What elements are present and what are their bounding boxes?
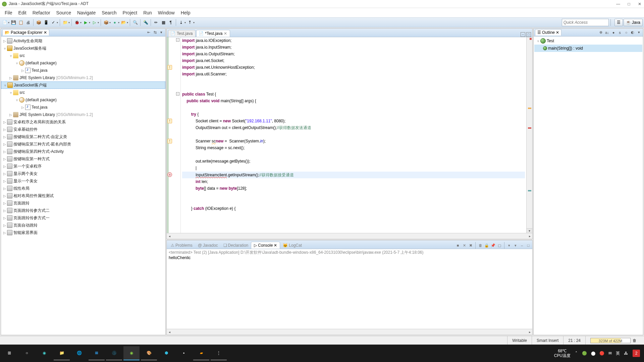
code-line[interactable] — [182, 104, 525, 111]
close-button[interactable]: ✕ — [637, 2, 642, 6]
scroll-lock-icon[interactable]: 🔒 — [484, 243, 489, 248]
hide-nonpublic-icon[interactable]: ○ — [624, 30, 629, 35]
display-selected-icon[interactable]: ▢ — [497, 243, 502, 248]
code-line[interactable]: import java.net.Socket; — [182, 57, 525, 64]
app-sublime[interactable]: ▰ — [193, 346, 209, 360]
expand-icon[interactable]: ▷ — [2, 165, 7, 168]
min-view-icon[interactable]: – — [519, 243, 525, 248]
code-line[interactable] — [182, 77, 525, 84]
show-whitespace-button[interactable]: ¶ — [167, 19, 174, 26]
menu-help[interactable]: Help — [178, 9, 193, 16]
app-edge[interactable]: ◉ — [36, 346, 52, 360]
console-hscroll[interactable]: ◂ ▸ — [167, 329, 532, 335]
tree-node[interactable]: ▷Test.java — [1, 104, 165, 111]
scroll-left-icon[interactable]: ◂ — [167, 330, 172, 334]
tree-node[interactable]: ▷按键响应第一种方式 — [1, 155, 165, 163]
expand-icon[interactable]: ▷ — [2, 187, 7, 190]
code-line[interactable]: } catch (IOException e) { — [182, 205, 525, 212]
tree-node[interactable]: ▿src — [1, 52, 165, 59]
tray-app-icon[interactable]: 🔴 — [599, 351, 604, 356]
tree-node[interactable]: ▷Activity生命周期 — [1, 37, 165, 45]
editor-tab-test[interactable]: 📄 Test.java — [168, 30, 196, 37]
hide-local-icon[interactable]: ◐ — [630, 30, 635, 35]
open-type-button[interactable]: 🔍 — [132, 19, 139, 26]
tree-node[interactable]: ▷显示两个美女 — [1, 170, 165, 177]
app-chrome[interactable]: 🌐 — [71, 346, 87, 360]
app-eclipse[interactable]: ◉ — [123, 346, 140, 360]
max-view-icon[interactable]: □ — [526, 243, 531, 248]
fold-icon[interactable]: − — [176, 38, 179, 42]
avd-manager-button[interactable]: 📱 — [43, 19, 49, 26]
app-terminal[interactable]: ▪ — [176, 346, 192, 360]
code-line[interactable]: public static void main(String[] args) { — [182, 98, 525, 104]
app-explorer[interactable]: 📁 — [54, 346, 70, 360]
code-line[interactable]: InputStreamclient.getInputStream();//获得数… — [182, 172, 525, 178]
editor-tab-test-dirty[interactable]: 📄 *Test.java ✕ — [196, 30, 230, 37]
tree-node[interactable]: ▷按键响应第四种方式-Activity — [1, 148, 165, 155]
code-line[interactable]: Scanner scnew = Scanner(System.in); — [182, 138, 525, 144]
menu-search[interactable]: Search — [99, 9, 119, 16]
fold-icon[interactable]: − — [176, 92, 179, 96]
terminate-icon[interactable]: ■ — [455, 243, 461, 248]
heap-bar[interactable]: 323M of 422M — [590, 338, 631, 343]
expand-icon[interactable]: ▷ — [2, 39, 7, 43]
outline-class-node[interactable]: ▿ Test — [534, 37, 642, 45]
expand-icon[interactable]: ▷ — [2, 224, 7, 227]
quick-access-input[interactable] — [562, 19, 609, 26]
code-line[interactable]: byte[] data = new byte[128]; — [182, 185, 525, 192]
close-icon[interactable]: ✕ — [274, 243, 277, 248]
app-generic[interactable]: 🌑 — [106, 346, 122, 360]
warning-marker-icon[interactable]: ! — [167, 119, 172, 123]
run-last-button[interactable]: ▷ — [91, 19, 98, 26]
code-line[interactable]: import java.util.Scanner; — [182, 71, 525, 77]
start-button[interactable]: ⊞ — [1, 346, 17, 360]
tree-node[interactable]: ▷页面跳转 — [1, 199, 165, 207]
code-line[interactable] — [182, 84, 525, 91]
tab-console[interactable]: ▷Console✕ — [251, 242, 280, 249]
tree-node[interactable]: ▷页面跳转传参方式一 — [1, 214, 165, 222]
menu-window[interactable]: Window — [155, 9, 177, 16]
tree-node[interactable]: ▿(default package) — [1, 96, 165, 104]
expand-icon[interactable]: ▷ — [20, 106, 25, 109]
overview-warn-icon[interactable] — [528, 108, 531, 109]
tree-node[interactable]: ▷页面跳转传参方式二 — [1, 207, 165, 214]
app-vscode[interactable]: 〓 — [89, 346, 105, 360]
outline-method-node[interactable]: main(String[]) : void — [534, 45, 642, 52]
menu-edit[interactable]: Edit — [16, 9, 29, 16]
tree-node[interactable]: ▷线性布局 — [1, 185, 165, 192]
open-console-icon[interactable]: ▾ — [506, 243, 512, 248]
tray-app-icon[interactable]: 🟢 — [582, 351, 587, 356]
new-class-button[interactable]: ● — [111, 19, 118, 26]
code-editor[interactable]: import java.io.IOException;import java.i… — [181, 37, 526, 233]
tray-app-icon[interactable]: ⬤ — [591, 351, 595, 356]
error-marker-icon[interactable]: × — [167, 172, 172, 177]
warning-marker-icon[interactable]: ! — [167, 65, 172, 70]
package-explorer-tree[interactable]: ▷Activity生命周期▿JavaSocket服务端▿src▿(default… — [1, 37, 165, 335]
next-annotation-button[interactable]: ⤓ — [178, 19, 184, 26]
expand-icon[interactable]: ▷ — [2, 201, 7, 205]
editor-gutter[interactable]: − ! − ! ! × — [167, 37, 181, 233]
app-nox[interactable]: ⬢ — [158, 346, 174, 360]
tree-node[interactable]: ▷智能家居界面 — [1, 229, 165, 236]
tab-logcat[interactable]: 🐱LogCat — [280, 242, 305, 249]
new-folder-button[interactable]: 📂 — [120, 19, 127, 26]
warning-marker-icon[interactable]: ! — [167, 139, 172, 143]
save-all-button[interactable]: 📋 — [17, 19, 24, 26]
code-line[interactable] — [182, 198, 525, 205]
close-tab-icon[interactable]: ✕ — [224, 31, 227, 36]
overview-error-icon[interactable] — [530, 38, 532, 40]
overview-info-icon[interactable] — [528, 190, 531, 191]
code-line[interactable]: int len; — [182, 178, 525, 185]
expand-icon[interactable]: ▿ — [8, 91, 13, 95]
expand-icon[interactable]: ▷ — [2, 231, 7, 235]
code-line[interactable]: import java.io.IOException; — [182, 37, 525, 44]
tree-node[interactable]: ▷页面自动跳转 — [1, 222, 165, 229]
gc-icon[interactable]: 🗑 — [633, 338, 637, 343]
expand-icon[interactable]: ▷ — [8, 113, 13, 117]
expand-icon[interactable]: ▷ — [2, 135, 7, 139]
tree-node[interactable]: ▷第一个安卓程序 — [1, 163, 165, 170]
maximize-button[interactable]: □ — [627, 2, 631, 6]
sort-icon[interactable]: a↓ — [604, 30, 610, 35]
tree-node[interactable]: ▷Test.java — [1, 67, 165, 74]
tab-javadoc[interactable]: @Javadoc — [195, 242, 221, 249]
